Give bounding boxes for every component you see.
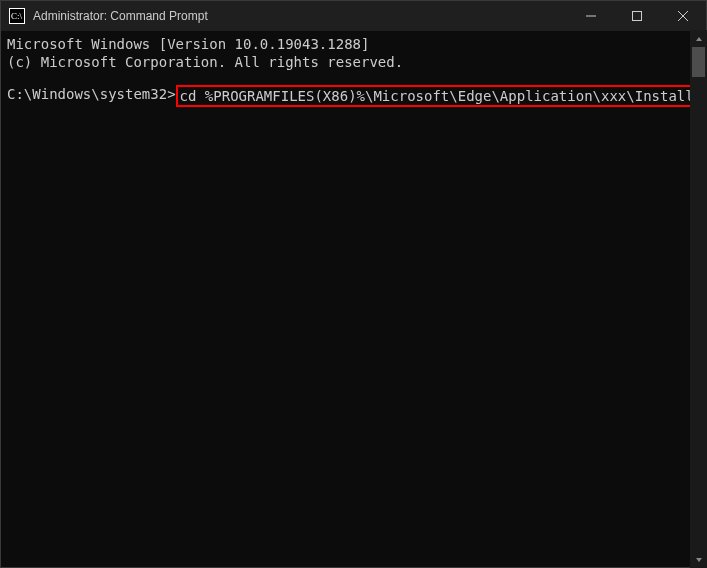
window-controls (568, 1, 706, 31)
terminal-output[interactable]: Microsoft Windows [Version 10.0.19043.12… (1, 31, 706, 567)
highlighted-command: cd %PROGRAMFILES(X86)%\Microsoft\Edge\Ap… (176, 85, 707, 107)
scroll-track[interactable] (690, 47, 707, 551)
maximize-button[interactable] (614, 1, 660, 31)
titlebar-left: C:\ Administrator: Command Prompt (1, 8, 208, 24)
scroll-up-arrow-icon[interactable] (690, 30, 707, 47)
titlebar[interactable]: C:\ Administrator: Command Prompt (1, 1, 706, 31)
svg-text:C:\: C:\ (11, 11, 23, 21)
scroll-down-arrow-icon[interactable] (690, 551, 707, 568)
command-prompt-window: C:\ Administrator: Command Prompt Micros… (0, 0, 707, 568)
prompt-row: C:\Windows\system32> cd %PROGRAMFILES(X8… (7, 85, 706, 107)
close-button[interactable] (660, 1, 706, 31)
svg-rect-4 (633, 12, 642, 21)
version-line: Microsoft Windows [Version 10.0.19043.12… (7, 35, 706, 53)
window-title: Administrator: Command Prompt (33, 9, 208, 23)
scroll-thumb[interactable] (692, 47, 705, 77)
cmd-icon: C:\ (9, 8, 25, 24)
prompt-path: C:\Windows\system32> (7, 85, 176, 103)
minimize-button[interactable] (568, 1, 614, 31)
copyright-line: (c) Microsoft Corporation. All rights re… (7, 53, 706, 71)
vertical-scrollbar[interactable] (690, 30, 707, 568)
